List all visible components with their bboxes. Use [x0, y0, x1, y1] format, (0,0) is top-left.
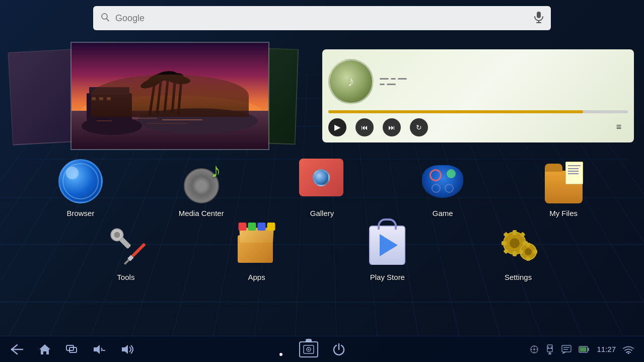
svg-rect-11 — [89, 87, 129, 95]
back-button[interactable] — [10, 344, 24, 355]
apps-icon — [234, 223, 279, 268]
fast-forward-button[interactable]: ⏭ — [383, 118, 401, 136]
music-progress-bar[interactable] — [328, 110, 628, 113]
svg-rect-39 — [513, 230, 517, 235]
taskbar-left — [10, 343, 299, 356]
svg-rect-41 — [502, 241, 507, 245]
home-button[interactable] — [38, 343, 51, 356]
dot3 — [398, 78, 407, 80]
svg-rect-34 — [131, 243, 146, 257]
wifi-icon — [623, 345, 634, 354]
dot5 — [387, 84, 396, 85]
svg-rect-2 — [537, 12, 541, 18]
my-files-icon — [541, 159, 586, 204]
gps-icon — [530, 345, 538, 353]
time-display: 11:27 — [597, 345, 616, 353]
svg-rect-50 — [526, 257, 530, 261]
game-label: Game — [433, 209, 453, 218]
svg-marker-56 — [94, 345, 100, 354]
play-store-icon — [365, 223, 410, 268]
browser-icon — [58, 159, 103, 204]
search-bar — [93, 6, 551, 30]
svg-point-30 — [445, 184, 453, 192]
dot1 — [380, 78, 389, 80]
search-icon — [100, 12, 110, 25]
music-artist-dots — [380, 84, 628, 85]
album-art — [328, 59, 374, 104]
svg-rect-12 — [92, 97, 96, 100]
app-apps[interactable]: Apps — [217, 218, 297, 286]
playlist-button[interactable]: ≡ — [610, 118, 628, 136]
cursor — [279, 353, 282, 356]
power-button[interactable] — [332, 343, 345, 356]
music-top — [328, 55, 628, 108]
app-game[interactable]: Game — [402, 154, 483, 223]
svg-point-8 — [137, 108, 258, 133]
music-progress-fill — [328, 110, 583, 113]
svg-rect-51 — [519, 250, 523, 254]
taskbar-center — [299, 341, 345, 357]
svg-rect-78 — [580, 347, 587, 351]
rewind-button[interactable]: ⏮ — [355, 118, 374, 136]
svg-point-38 — [510, 238, 520, 248]
gallery-widget[interactable] — [10, 40, 312, 151]
my-files-label: My Files — [549, 209, 578, 218]
settings-icon — [495, 223, 541, 268]
taskbar: 11:27 — [0, 336, 644, 362]
svg-rect-74 — [562, 345, 571, 352]
messages-icon — [561, 345, 571, 354]
browser-label: Browser — [66, 209, 94, 218]
play-triangle — [380, 234, 398, 256]
play-button[interactable]: ▶ — [328, 118, 346, 136]
apps-grid: Browser ♪ Media Center Gallery — [0, 154, 644, 286]
widgets-area: ▶ ⏮ ⏭ ↻ ≡ — [0, 38, 644, 154]
settings-label: Settings — [505, 273, 532, 281]
svg-rect-13 — [99, 97, 103, 100]
svg-rect-36 — [124, 259, 129, 265]
svg-point-20 — [139, 75, 163, 90]
app-gallery[interactable]: Gallery — [281, 154, 362, 223]
dot2 — [391, 78, 396, 80]
svg-line-18 — [172, 77, 175, 113]
gem-yellow — [267, 223, 275, 231]
microphone-icon[interactable] — [534, 11, 544, 26]
media-center-icon: ♪ — [179, 159, 224, 204]
play-store-label: Play Store — [370, 273, 405, 281]
svg-point-29 — [432, 184, 440, 192]
svg-point-80 — [628, 352, 629, 354]
repeat-button[interactable]: ↻ — [410, 118, 428, 136]
svg-point-63 — [533, 348, 535, 350]
app-browser[interactable]: Browser — [40, 154, 121, 223]
dot4 — [380, 84, 385, 85]
music-title-dots — [380, 78, 628, 80]
svg-rect-52 — [533, 250, 537, 254]
svg-rect-79 — [588, 348, 589, 351]
volume-down-button[interactable] — [92, 344, 106, 355]
gallery-icon — [299, 159, 344, 204]
taskbar-right: 11:27 — [345, 344, 634, 354]
svg-rect-14 — [107, 97, 111, 100]
media-center-label: Media Center — [179, 209, 224, 218]
app-media-center[interactable]: ♪ Media Center — [161, 154, 242, 223]
apps-row-2: Tools Apps — [20, 218, 624, 286]
gallery-label: Gallery — [310, 209, 334, 218]
svg-line-1 — [107, 19, 109, 21]
screenshot-button[interactable] — [299, 341, 318, 357]
app-settings[interactable]: Settings — [478, 218, 558, 286]
search-input[interactable] — [115, 13, 534, 24]
recents-button[interactable] — [65, 343, 78, 355]
svg-rect-49 — [526, 243, 530, 247]
app-play-store[interactable]: Play Store — [347, 218, 427, 286]
app-my-files[interactable]: My Files — [523, 154, 604, 223]
app-tools[interactable]: Tools — [86, 218, 166, 286]
charging-icon — [545, 344, 554, 354]
photo-content — [71, 43, 268, 149]
svg-point-48 — [525, 248, 532, 255]
svg-point-61 — [308, 348, 309, 350]
svg-line-15 — [150, 83, 155, 116]
volume-up-button[interactable] — [120, 344, 135, 355]
gallery-photo-main[interactable] — [70, 42, 269, 150]
svg-marker-58 — [122, 345, 128, 354]
gem-blue — [257, 223, 265, 231]
apps-row-1: Browser ♪ Media Center Gallery — [20, 154, 624, 223]
